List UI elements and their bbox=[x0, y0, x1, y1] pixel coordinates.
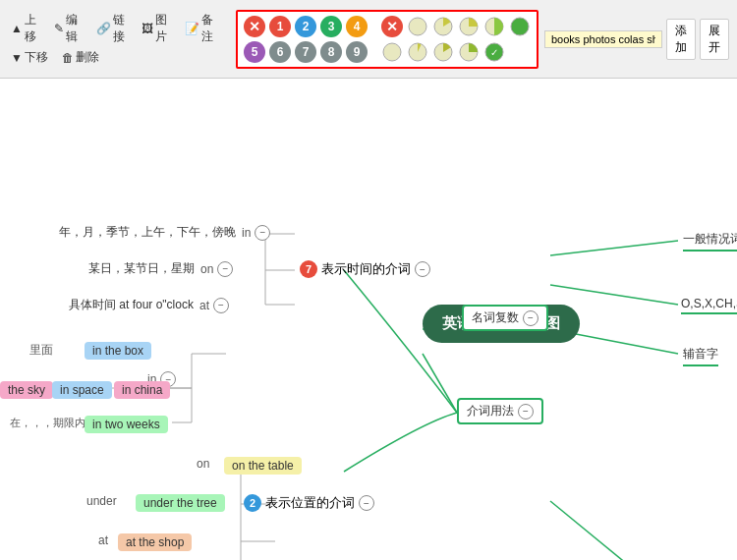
position-prep-node[interactable]: 2 表示位置的介词 − bbox=[244, 494, 374, 512]
link-icon: 🔗 bbox=[96, 22, 111, 35]
collapse-prep-btn[interactable]: − bbox=[518, 404, 534, 420]
time-in-row: 年，月，季节，上午，下午，傍晚 in − bbox=[59, 224, 270, 241]
pie-quarter[interactable] bbox=[432, 16, 454, 37]
badge-5[interactable]: 5 bbox=[244, 41, 265, 63]
in-the-box-tag[interactable]: in the box bbox=[85, 342, 151, 360]
pie-small-slice[interactable] bbox=[407, 41, 428, 63]
svg-point-5 bbox=[383, 43, 401, 61]
badge-x1[interactable]: ✕ bbox=[244, 16, 265, 37]
badge-3[interactable]: 3 bbox=[320, 16, 342, 37]
delete-button[interactable]: 🗑 删除 bbox=[59, 48, 102, 67]
pie-empty[interactable] bbox=[407, 16, 428, 37]
note-button[interactable]: 📝 备注 bbox=[182, 11, 220, 46]
preposition-node[interactable]: 介词用法 − bbox=[457, 398, 543, 424]
at-label: at bbox=[98, 533, 108, 547]
time-at-collapse[interactable]: − bbox=[213, 298, 229, 313]
svg-text:✓: ✓ bbox=[490, 47, 498, 58]
toolbar: ▲ 上移 ✎ 编辑 🔗 链接 🖼 图片 📝 备注 ▼ 下移 bbox=[0, 0, 737, 79]
badge-toolbar: ✕ 1 2 3 4 ✕ bbox=[236, 10, 539, 69]
toolbar-left-buttons: ▲ 上移 ✎ 编辑 🔗 链接 🖼 图片 📝 备注 ▼ 下移 bbox=[8, 11, 220, 67]
inside-label: 里面 bbox=[29, 342, 53, 359]
badge-2[interactable]: 2 bbox=[295, 16, 316, 37]
toolbar-right: 添加 展开 bbox=[544, 19, 729, 60]
svg-line-12 bbox=[423, 354, 457, 413]
right-branch-2: O,S,X,CH,SH bbox=[681, 297, 737, 314]
collapse-noun-btn[interactable]: − bbox=[523, 310, 539, 326]
search-input[interactable] bbox=[544, 30, 662, 48]
badge-7[interactable]: 7 bbox=[295, 41, 316, 63]
badge-6[interactable]: 6 bbox=[269, 41, 291, 63]
svg-line-24 bbox=[550, 241, 678, 255]
at-the-shop-tag[interactable]: at the shop bbox=[118, 533, 192, 551]
move-down-button[interactable]: ▼ 下移 bbox=[8, 48, 51, 67]
add-button[interactable]: 添加 bbox=[666, 19, 696, 60]
time-in-label: 年，月，季节，上午，下午，傍晚 bbox=[59, 224, 236, 241]
move-down-icon: ▼ bbox=[11, 51, 23, 65]
on-label: on bbox=[197, 457, 209, 471]
badge-8[interactable]: 8 bbox=[320, 41, 342, 63]
time-on-collapse[interactable]: − bbox=[217, 261, 233, 277]
time-in-collapse[interactable]: − bbox=[255, 225, 270, 241]
time-prep-node[interactable]: 7 表示时间的介词 − bbox=[300, 260, 430, 278]
svg-point-4 bbox=[511, 18, 529, 35]
time-at-label: 具体时间 at four o"clock bbox=[69, 297, 194, 313]
edit-button[interactable]: ✎ 编辑 bbox=[51, 11, 85, 46]
pie-three-quarter[interactable] bbox=[483, 16, 505, 37]
badge-row-top: ✕ 1 2 3 4 ✕ bbox=[244, 16, 531, 37]
trash-icon: 🗑 bbox=[62, 51, 74, 65]
expand-button[interactable]: 展开 bbox=[700, 19, 729, 60]
pie-quarter-2[interactable] bbox=[432, 41, 454, 63]
badge-row-bottom: 5 6 7 8 9 ✓ bbox=[244, 41, 531, 63]
move-up-button[interactable]: ▲ 上移 bbox=[8, 11, 43, 46]
pie-check[interactable]: ✓ bbox=[483, 41, 505, 63]
time-on-row: 某日，某节日，星期 on − bbox=[88, 260, 233, 277]
pie-half[interactable] bbox=[458, 16, 480, 37]
right-branch-3: 辅音字 bbox=[683, 346, 718, 366]
in-china-tag[interactable]: in china bbox=[114, 381, 170, 399]
in-two-weeks-tag[interactable]: in two weeks bbox=[85, 416, 168, 433]
pie-full[interactable] bbox=[509, 16, 531, 37]
under-label: under bbox=[86, 494, 117, 508]
collapse-time-btn[interactable]: − bbox=[415, 261, 430, 277]
time-limit-label: 在，，，期限内 bbox=[10, 416, 85, 430]
svg-point-0 bbox=[409, 18, 426, 35]
svg-line-25 bbox=[550, 285, 678, 305]
image-icon: 🖼 bbox=[142, 22, 153, 35]
badge-x2[interactable]: ✕ bbox=[381, 16, 403, 37]
collapse-pos-btn[interactable]: − bbox=[359, 495, 374, 511]
the-sky-tag[interactable]: the sky bbox=[0, 381, 53, 399]
badge-4[interactable]: 4 bbox=[346, 16, 368, 37]
move-up-icon: ▲ bbox=[11, 22, 23, 35]
badge-9[interactable]: 9 bbox=[346, 41, 368, 63]
noun-plural-node[interactable]: 名词复数 − bbox=[462, 305, 548, 331]
badge-1[interactable]: 1 bbox=[269, 16, 291, 37]
on-the-table-tag[interactable]: on the table bbox=[224, 457, 302, 475]
right-branch-1: 一般情况词 bbox=[683, 231, 737, 252]
note-icon: 📝 bbox=[185, 22, 199, 35]
pie-half-2[interactable] bbox=[458, 41, 480, 63]
under-the-tree-tag[interactable]: under the tree bbox=[136, 494, 225, 512]
time-on-label: 某日，某节日，星期 bbox=[88, 260, 195, 277]
time-badge: 7 bbox=[300, 260, 317, 278]
pie-empty-2[interactable] bbox=[381, 41, 403, 63]
position-badge: 2 bbox=[244, 494, 261, 512]
in-space-tag[interactable]: in space bbox=[52, 381, 112, 399]
time-at-row: 具体时间 at four o"clock at − bbox=[69, 297, 229, 313]
link-button[interactable]: 🔗 链接 bbox=[93, 11, 132, 46]
mindmap-area: 英语语法思维导图 名词复数 − 介词用法 − 7 表示时间的介词 − 2 表示位… bbox=[0, 79, 737, 560]
mindmap-connections bbox=[0, 79, 737, 560]
edit-icon: ✎ bbox=[54, 22, 64, 35]
image-button[interactable]: 🖼 图片 bbox=[139, 11, 174, 46]
svg-line-27 bbox=[550, 501, 688, 560]
